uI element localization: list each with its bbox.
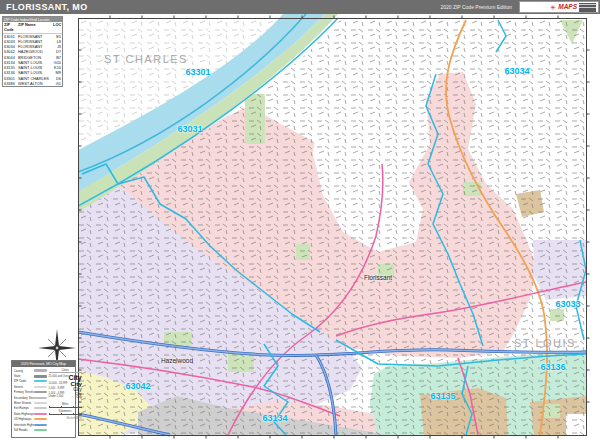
legend-label: Interstate Highways bbox=[14, 423, 34, 427]
city-size-label: 10,000 - 24,999 bbox=[49, 383, 68, 386]
city-size-row: 25,000 and OverCity bbox=[49, 374, 82, 381]
legend-swatch bbox=[34, 397, 47, 399]
zip-code-index-table: ZIP Code Index/Grid Locator ZIP Code ZIP… bbox=[2, 16, 63, 87]
logo-star-icon: ✳ bbox=[550, 4, 556, 11]
legend-label: Minor Streets bbox=[14, 401, 34, 405]
scale-bars: Miles Kilometers bbox=[49, 401, 82, 415]
logo-address-block bbox=[579, 3, 596, 12]
legend-label: State Highways bbox=[14, 412, 34, 416]
legend-label: US Highways bbox=[14, 417, 34, 421]
table-row: 63386WEST ALTONG1 bbox=[3, 81, 62, 86]
cities-header: Cities bbox=[49, 368, 82, 373]
legend-swatch bbox=[34, 375, 47, 378]
city-size-label: 25,000 and Over bbox=[49, 376, 69, 379]
legend-swatch bbox=[34, 386, 47, 388]
legend-cities-column: Cities 25,000 and OverCity 10,000 - 24,9… bbox=[47, 368, 82, 433]
legend-swatch bbox=[34, 369, 47, 372]
zip-code: 63386 bbox=[4, 81, 18, 86]
page-title: FLORISSANT, MO bbox=[6, 2, 88, 12]
legend-swatch bbox=[34, 402, 47, 404]
kilometers-line bbox=[49, 413, 82, 415]
publisher-logo: ✳ MAPS bbox=[519, 1, 599, 13]
legend-label: Primary Streets bbox=[14, 390, 34, 394]
legend-label: Toll Roads bbox=[14, 428, 34, 432]
legend-swatch bbox=[34, 407, 47, 409]
col-zip-name: ZIP Name bbox=[18, 22, 53, 33]
city-size-label: 5,000 - 9,999 bbox=[49, 388, 65, 391]
legend-swatch bbox=[34, 424, 47, 426]
legend-footnote: MarketMAPS bbox=[49, 417, 82, 420]
city-size-sample: City bbox=[69, 374, 82, 381]
map-legend: 2020 Florissant, MO City Map County Stat… bbox=[11, 360, 76, 438]
screenshot-root: FLORISSANT, MO 2020 ZIP Code Premium Edi… bbox=[0, 0, 600, 440]
kilometers-scalebar: Kilometers bbox=[49, 410, 82, 415]
col-zip-code: ZIP Code bbox=[4, 22, 18, 33]
map-panel: ST CHARLES ST LOUIS 63301 63031 63034 63… bbox=[78, 14, 600, 440]
legend-symbol-column: County State ZIP Code Streets Primary St… bbox=[14, 368, 47, 433]
legend-label: State bbox=[14, 374, 34, 378]
legend-label: Secondary Streets bbox=[14, 396, 34, 400]
edition-label: 2020 ZIP Code Premium Edition bbox=[440, 4, 512, 10]
legend-swatch bbox=[34, 391, 47, 393]
legend-label: Exit Ramps bbox=[14, 406, 34, 410]
city-size-label: Under 1,000 bbox=[49, 396, 64, 399]
title-bar: FLORISSANT, MO 2020 ZIP Code Premium Edi… bbox=[0, 0, 600, 14]
miles-line bbox=[49, 406, 82, 408]
city-size-row: Under 1,000City bbox=[49, 396, 82, 399]
city-size-sample: City bbox=[76, 396, 82, 399]
legend-swatch bbox=[34, 380, 47, 382]
legend-swatch bbox=[34, 418, 47, 420]
legend-label: County bbox=[14, 369, 34, 373]
legend-label: Streets bbox=[14, 385, 34, 389]
zip-name: WEST ALTON bbox=[18, 81, 53, 86]
legend-label: ZIP Code bbox=[14, 379, 34, 383]
logo-text: MAPS bbox=[558, 4, 577, 11]
map-canvas bbox=[78, 14, 600, 440]
zip-loc: G1 bbox=[53, 81, 61, 86]
legend-swatch bbox=[34, 413, 47, 415]
legend-item: Toll Roads bbox=[14, 427, 47, 432]
col-loc: LOC bbox=[53, 22, 61, 33]
legend-swatch bbox=[34, 429, 47, 431]
miles-scalebar: Miles bbox=[49, 403, 82, 408]
zip-index-columns: ZIP Code ZIP Name LOC bbox=[3, 22, 62, 34]
